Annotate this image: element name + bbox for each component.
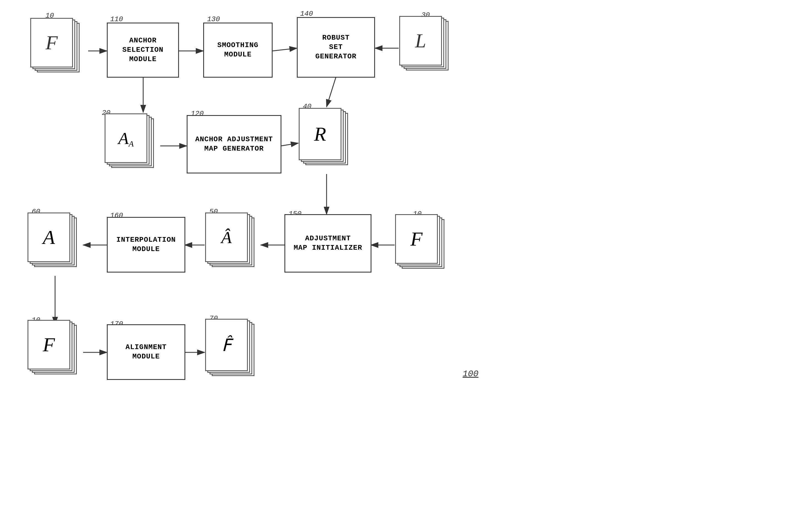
svg-line-3	[272, 48, 297, 51]
r-stacked: R	[298, 108, 353, 174]
smoothing-module: SMOOTHINGMODULE	[203, 23, 272, 78]
diagram: 10 F ANCHOR SELECTION MODULE 110 SMOOTHI…	[0, 0, 812, 517]
f-hat-stacked: F̂	[205, 319, 260, 385]
f-input-top: F	[30, 18, 85, 81]
f-input-bot: F	[27, 320, 82, 383]
diagram-label: 100	[463, 369, 478, 379]
adj-map-initializer: ADJUSTMENTMAP INITIALIZER	[284, 214, 372, 272]
interpolation-module: INTERPOLATIONMODULE	[107, 217, 185, 272]
ref-140: 140	[300, 10, 313, 18]
l-input: L	[399, 16, 454, 79]
aa-stacked: A A	[104, 113, 159, 177]
anchor-adj-map-generator: ANCHOR ADJUSTMENTMAP GENERATOR	[187, 115, 282, 173]
anchor-selection-module: ANCHOR SELECTION MODULE	[107, 23, 179, 78]
robust-set-generator: ROBUSTSETGENERATOR	[297, 17, 375, 78]
ref-110: 110	[110, 15, 123, 23]
svg-line-8	[281, 143, 298, 146]
alignment-module: ALIGNMENTMODULE	[107, 324, 185, 380]
a-stacked-output: A	[27, 212, 82, 276]
a-hat-stacked: Â	[205, 212, 260, 276]
f-input-mid: F	[395, 214, 450, 278]
ref-130: 130	[207, 15, 220, 23]
svg-line-7	[326, 77, 336, 107]
